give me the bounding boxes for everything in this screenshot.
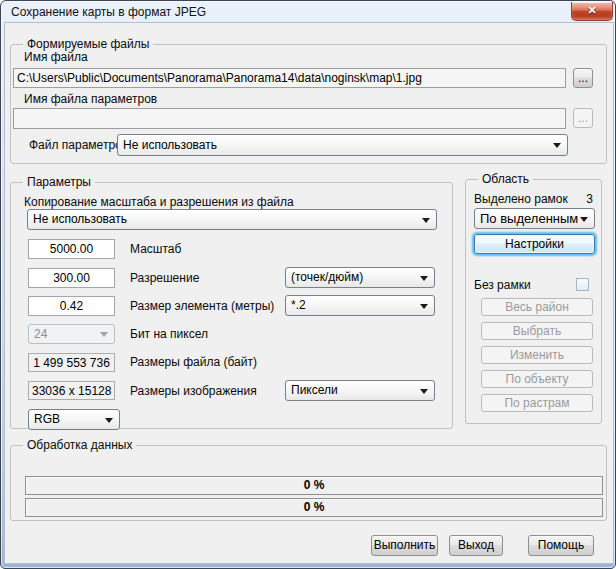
- params-group: Параметры Копирование масштаба и разреше…: [10, 182, 453, 429]
- progress-bar-2: 0 %: [25, 498, 603, 517]
- processing-group-title: Обработка данных: [23, 438, 136, 452]
- window-title: Сохранение карты в формат JPEG: [11, 5, 206, 19]
- area-group: Область Выделено рамок 3 По выделенным Н…: [465, 179, 602, 424]
- bits-per-pixel-label: Бит на пиксел: [130, 327, 208, 341]
- selected-frames-label: Выделено рамок: [474, 192, 568, 206]
- scale-label: Масштаб: [130, 242, 181, 256]
- params-filename-input[interactable]: [13, 108, 566, 129]
- resolution-unit-combobox[interactable]: (точек/дюйм): [285, 267, 435, 288]
- filename-input[interactable]: C:\Users\Public\Documents\Panorama\Panor…: [13, 68, 566, 88]
- by-object-button[interactable]: По объекту: [481, 370, 593, 388]
- close-icon: ✕: [587, 4, 596, 16]
- bits-per-pixel-combobox[interactable]: 24: [28, 324, 115, 344]
- params-browse-button[interactable]: ...: [573, 108, 593, 128]
- change-button[interactable]: Изменить: [481, 346, 593, 364]
- exit-button[interactable]: Выход: [449, 535, 503, 556]
- scale-input[interactable]: 5000.00: [28, 239, 115, 259]
- params-file-label: Файл параметров: [29, 138, 128, 152]
- filename-browse-button[interactable]: ...: [573, 68, 593, 88]
- no-frame-checkbox[interactable]: [576, 278, 589, 291]
- filename-label: Имя файла: [24, 50, 88, 64]
- file-size-value: 1 499 553 736: [28, 353, 115, 372]
- files-group: Формируемые файлы Имя файла C:\Users\Pub…: [10, 44, 607, 164]
- resolution-input[interactable]: 300.00: [28, 268, 115, 288]
- copy-scale-label: Копирование масштаба и разрешения из фай…: [24, 195, 294, 209]
- select-button[interactable]: Выбрать: [481, 322, 593, 340]
- progress-bar-1: 0 %: [25, 476, 603, 495]
- image-size-unit-combobox[interactable]: Пиксели: [285, 380, 435, 401]
- dialog-window: Сохранение карты в формат JPEG ✕ Формиру…: [0, 0, 616, 569]
- title-bar[interactable]: Сохранение карты в формат JPEG: [3, 2, 563, 22]
- resolution-label: Разрешение: [130, 271, 199, 285]
- image-size-value: 33036 x 15128: [28, 381, 115, 400]
- element-size-combobox[interactable]: *.2: [285, 295, 435, 316]
- element-size-label: Размер элемента (метры): [130, 299, 274, 313]
- area-group-title: Область: [478, 172, 533, 186]
- color-mode-combobox[interactable]: RGB: [28, 409, 120, 430]
- help-button[interactable]: Помощь: [528, 535, 594, 556]
- params-filename-label: Имя файла параметров: [24, 92, 157, 106]
- close-button[interactable]: ✕: [571, 2, 613, 21]
- image-size-label: Размеры изображения: [130, 384, 257, 398]
- params-group-title: Параметры: [23, 175, 95, 189]
- execute-button[interactable]: Выполнить: [371, 535, 438, 556]
- files-group-title: Формируемые файлы: [23, 37, 153, 51]
- selected-frames-count: 3: [586, 192, 593, 206]
- copy-scale-combobox[interactable]: Не использовать: [27, 209, 437, 230]
- by-rasters-button[interactable]: По растрам: [481, 394, 593, 412]
- file-size-label: Размеры файла (байт): [130, 355, 257, 369]
- element-size-input[interactable]: 0.42: [28, 296, 115, 316]
- area-mode-combobox[interactable]: По выделенным: [474, 208, 595, 229]
- params-file-combobox[interactable]: Не использовать: [117, 134, 568, 156]
- settings-button[interactable]: Настройки: [474, 234, 595, 254]
- no-frame-label: Без рамки: [474, 278, 531, 292]
- whole-district-button[interactable]: Весь район: [481, 298, 593, 316]
- processing-group: Обработка данных 0 % 0 %: [10, 445, 607, 521]
